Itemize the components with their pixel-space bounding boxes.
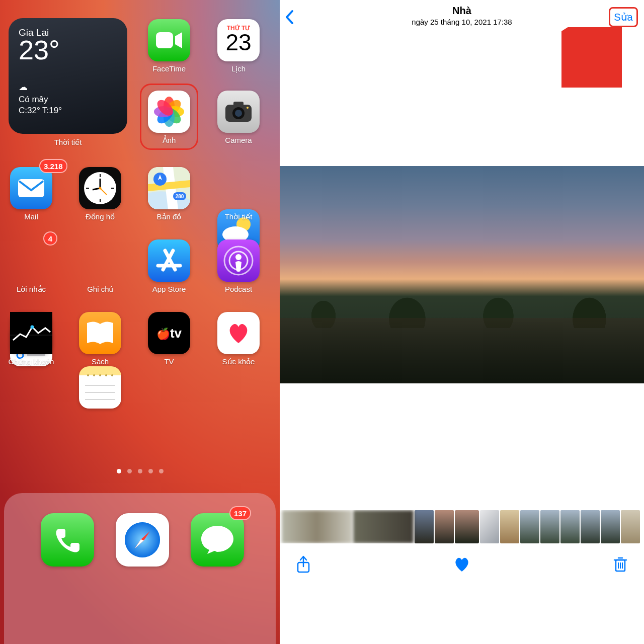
photo-preview[interactable]	[280, 166, 644, 383]
appstore-label: App Store	[139, 285, 199, 293]
thumbnail[interactable]	[621, 510, 640, 543]
weather-widget[interactable]: Gia Lai 23° ☁︎ Có mây C:32° T:19°	[9, 18, 127, 134]
svg-point-39	[87, 374, 89, 376]
photo-title: Nhà	[280, 5, 644, 17]
facetime-label: FaceTime	[139, 64, 199, 73]
health-app[interactable]	[217, 312, 260, 354]
heart-icon	[453, 556, 471, 573]
dock: 137	[4, 493, 276, 644]
stocks-icon	[10, 312, 52, 354]
thumbnail[interactable]	[500, 510, 519, 543]
thumbnail[interactable]	[540, 510, 559, 543]
notes-icon	[79, 366, 121, 409]
page-indicator[interactable]	[0, 469, 280, 473]
appstore-app[interactable]	[148, 239, 190, 282]
edit-button[interactable]: Sửa	[609, 7, 638, 27]
svg-point-43	[111, 374, 113, 376]
cloud-icon: ☁︎	[19, 82, 117, 93]
svg-rect-10	[233, 102, 244, 107]
phone-icon	[52, 525, 83, 555]
nav-bar: Nhà ngày 25 tháng 10, 2021 17:38 Sửa	[280, 4, 644, 30]
svg-rect-50	[10, 312, 52, 354]
facetime-icon	[155, 30, 183, 50]
thumbnail-current[interactable]	[455, 510, 479, 543]
thumbnail[interactable]	[581, 510, 600, 543]
chevron-left-icon	[285, 10, 295, 25]
thumbnail[interactable]	[415, 510, 434, 543]
svg-point-52	[31, 326, 34, 329]
calendar-day: 23	[225, 29, 251, 56]
photos-app[interactable]	[148, 91, 190, 133]
svg-point-49	[235, 254, 242, 260]
annotation-arrow-icon	[561, 27, 622, 88]
thumbnail[interactable]	[282, 510, 352, 543]
svg-point-23	[99, 187, 102, 190]
photos-viewer: Nhà ngày 25 tháng 10, 2021 17:38 Sửa	[280, 0, 644, 644]
thumbnail[interactable]	[435, 510, 454, 543]
svg-point-25	[153, 173, 167, 186]
camera-app[interactable]	[217, 91, 260, 133]
safari-icon	[120, 517, 165, 562]
photos-icon	[153, 96, 185, 128]
page-dot	[159, 469, 164, 473]
svg-point-41	[99, 374, 101, 376]
clock-label: Đồng hồ	[70, 212, 130, 221]
svg-point-12	[235, 110, 242, 117]
svg-point-13	[247, 107, 249, 109]
calendar-label: Lịch	[208, 64, 269, 73]
svg-point-42	[105, 374, 107, 376]
maps-icon: 280	[148, 167, 190, 209]
weather-temp: 23°	[19, 36, 117, 63]
apple-tv-icon: 🍎tv	[156, 326, 182, 341]
maps-app[interactable]: 280	[148, 167, 190, 209]
thumbnail[interactable]	[601, 510, 620, 543]
stocks-label: Chứng khoán	[1, 357, 61, 366]
thumbnail[interactable]	[560, 510, 580, 543]
tv-label: TV	[139, 357, 199, 366]
photos-label: Ảnh	[139, 136, 199, 145]
messages-app[interactable]	[191, 513, 244, 567]
mail-app[interactable]	[10, 167, 52, 209]
back-button[interactable]	[285, 9, 295, 29]
books-app[interactable]	[79, 312, 121, 354]
camera-icon	[223, 100, 254, 124]
phone-app[interactable]	[41, 513, 94, 567]
safari-app[interactable]	[116, 513, 169, 567]
books-label: Sách	[70, 357, 130, 366]
weather-label: Thời tiết	[208, 212, 269, 221]
facetime-app[interactable]	[148, 19, 190, 61]
calendar-app[interactable]: THỨ TƯ 23	[217, 19, 260, 61]
heart-icon	[226, 322, 251, 344]
mail-label: Mail	[1, 212, 61, 221]
edit-button-label: Sửa	[614, 11, 632, 23]
thumbnail-strip[interactable]	[280, 510, 644, 543]
delete-button[interactable]	[613, 556, 628, 577]
notes-app[interactable]	[79, 366, 121, 409]
thumbnail[interactable]	[520, 510, 539, 543]
svg-rect-14	[18, 179, 44, 197]
maps-label: Bản đồ	[139, 212, 199, 221]
stocks-app[interactable]	[10, 312, 52, 354]
page-dot	[117, 469, 121, 473]
thumbnail[interactable]	[353, 510, 414, 543]
podcast-app[interactable]	[217, 239, 260, 282]
svg-rect-0	[156, 32, 173, 48]
messages-badge: 137	[229, 506, 251, 520]
mail-icon	[16, 177, 46, 199]
thumbnail[interactable]	[480, 510, 499, 543]
clock-app[interactable]	[79, 167, 121, 209]
books-icon	[85, 320, 115, 346]
photo-content	[280, 318, 644, 383]
weather-range: C:32° T:19°	[19, 106, 117, 116]
favorite-button[interactable]	[453, 556, 471, 576]
tv-app[interactable]: 🍎tv	[148, 312, 190, 354]
svg-point-40	[93, 374, 95, 376]
weather-condition: Có mây	[19, 95, 117, 105]
appstore-icon	[154, 246, 184, 276]
notes-label: Ghi chú	[70, 285, 130, 293]
share-button[interactable]	[296, 555, 311, 577]
home-screen: Gia Lai 23° ☁︎ Có mây C:32° T:19° Thời t…	[0, 0, 280, 644]
bottom-toolbar	[280, 552, 644, 580]
clock-icon	[83, 171, 118, 206]
mail-badge: 3.218	[39, 159, 67, 173]
